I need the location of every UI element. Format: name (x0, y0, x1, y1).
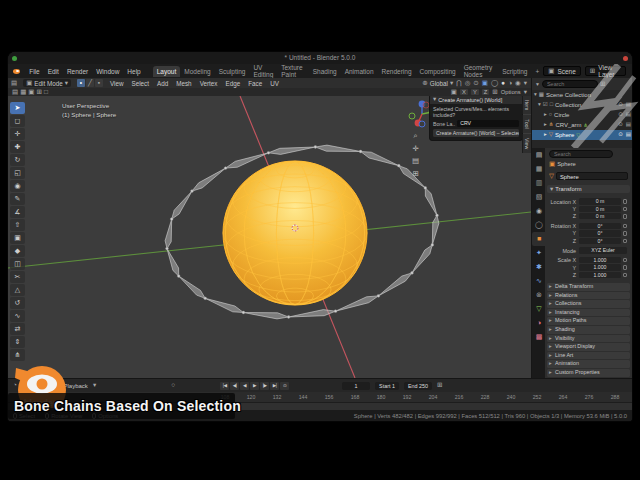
lock-icon[interactable] (623, 239, 627, 244)
section-delta-transform[interactable]: Delta Transform (547, 283, 630, 291)
properties-tab-texture[interactable]: ▩ (532, 330, 546, 344)
mirror-y-toggle[interactable]: Y (471, 89, 479, 96)
blender-menu-icon[interactable] (13, 69, 20, 74)
shading-dropdown-icon[interactable] (524, 80, 527, 87)
menu-uv[interactable]: UV (269, 80, 280, 87)
start-frame-field[interactable]: Start 1 (375, 382, 399, 390)
vertex-select-toggle[interactable] (77, 79, 85, 87)
expand-icon[interactable] (544, 112, 547, 118)
section-motion-paths[interactable]: Motion Paths (547, 317, 630, 325)
tool-extrude-region[interactable]: ⇧ (10, 219, 25, 231)
tool-loop-cut[interactable]: ◫ (10, 258, 25, 270)
tool-settings-icon-5[interactable] (44, 89, 48, 96)
lock-icon[interactable] (623, 224, 627, 229)
create-armature-button[interactable]: Create Armature() [World] – Selected ... (433, 129, 519, 137)
tool-tweak[interactable]: ➤ (10, 102, 25, 114)
menu-add[interactable]: Add (156, 80, 169, 87)
tool-edge-slide[interactable]: ⇄ (10, 323, 25, 335)
menu-view[interactable]: View (109, 80, 125, 87)
tool-cursor[interactable]: ✛ (10, 128, 25, 140)
workspace-tab-layout[interactable]: Layout (153, 66, 181, 77)
tool-smooth[interactable]: ∿ (10, 310, 25, 322)
expand-icon[interactable] (538, 102, 541, 108)
properties-tab-physics[interactable]: ∿ (532, 274, 546, 288)
mode-dropdown[interactable]: Edit Mode (23, 79, 71, 87)
zoom-icon[interactable]: ⌕ (412, 132, 419, 140)
lock-icon[interactable] (623, 199, 627, 204)
section-line-art[interactable]: Line Art (547, 352, 630, 360)
mirror-z-toggle[interactable]: Z (482, 89, 490, 96)
menu-edge[interactable]: Edge (224, 80, 241, 87)
face-select-toggle[interactable] (95, 79, 103, 87)
tool-settings-icon-3[interactable] (28, 89, 34, 96)
viewport-canvas[interactable]: User Perspective (1) Sphere | Sphere ➤◻✛… (8, 96, 531, 378)
menu-vertex[interactable]: Vertex (199, 80, 219, 87)
pivot-point-dropdown[interactable] (473, 80, 478, 87)
editor-type-button[interactable] (11, 80, 17, 87)
tool-move[interactable]: ✚ (10, 141, 25, 153)
properties-tab-scene[interactable]: ◉ (532, 204, 546, 218)
section-shading[interactable]: Shading (547, 326, 630, 334)
lock-icon[interactable] (623, 207, 627, 212)
end-frame-field[interactable]: End 250 (404, 382, 432, 390)
rotation-x-field[interactable]: 0° (579, 223, 621, 229)
object-name-field[interactable]: Sphere (556, 172, 628, 180)
workspace-tab-animation[interactable]: Animation (341, 66, 378, 77)
filter-icon[interactable] (535, 82, 540, 87)
location-z-field[interactable]: 0 m (579, 213, 621, 219)
properties-tab-output[interactable]: ▥ (532, 176, 546, 190)
play-reverse-button[interactable]: ◀ (240, 382, 249, 390)
play-button[interactable]: ▶ (250, 382, 259, 390)
shading-rendered-button[interactable] (515, 80, 521, 87)
scale-z-field[interactable]: 1.000 (579, 272, 621, 278)
menu-file[interactable]: File (25, 68, 43, 75)
menu-window[interactable]: Window (92, 68, 123, 75)
workspace-tab-scripting[interactable]: Scripting (498, 66, 531, 77)
menu-edit[interactable]: Edit (44, 68, 63, 75)
jump-to-start-button[interactable]: |◀ (220, 382, 229, 390)
expand-icon[interactable] (534, 92, 537, 98)
close-button[interactable] (8, 56, 13, 61)
options-dropdown[interactable]: Options (501, 89, 521, 95)
scale-x-field[interactable]: 1.000 (579, 257, 621, 263)
section-relations[interactable]: Relations (547, 292, 630, 300)
next-keyframe-button[interactable]: |▶ (260, 382, 269, 390)
section-instancing[interactable]: Instancing (547, 309, 630, 317)
timeline-options-icon[interactable] (437, 382, 442, 389)
properties-search-input[interactable] (549, 150, 613, 158)
properties-tab-modifiers[interactable]: ✦ (532, 246, 546, 260)
tool-rotate[interactable]: ↻ (10, 154, 25, 166)
snap-toggle[interactable] (456, 80, 461, 87)
properties-tab-tool[interactable]: ▤ (532, 148, 546, 162)
section-animation[interactable]: Animation (547, 360, 630, 368)
snap-settings-button[interactable] (482, 80, 488, 87)
menu-mesh[interactable]: Mesh (175, 80, 192, 87)
tool-knife[interactable]: ✂ (10, 271, 25, 283)
operator-panel[interactable]: Create Armature() [World] Selected Curve… (429, 96, 523, 141)
transform-panel-header[interactable]: Transform (547, 185, 630, 193)
proportional-editing-toggle[interactable] (465, 80, 471, 87)
lock-icon[interactable] (623, 258, 627, 263)
workspace-tab-compositing[interactable]: Compositing (416, 66, 460, 77)
tool-settings-icon-4[interactable] (36, 89, 41, 96)
properties-tab-world[interactable]: ◯ (532, 218, 546, 232)
menu-select[interactable]: Select (130, 80, 150, 87)
workspace-tab-sculpting[interactable]: Sculpting (215, 66, 250, 77)
properties-tab-object[interactable]: ■ (532, 232, 546, 246)
lock-icon[interactable] (623, 231, 627, 236)
menu-help[interactable]: Help (123, 68, 144, 75)
properties-tab-particles[interactable]: ✱ (532, 260, 546, 274)
tab-item[interactable]: Item (522, 96, 531, 114)
rotation-z-field[interactable]: 0° (579, 238, 621, 244)
expand-icon[interactable] (544, 122, 547, 128)
snapping-icon[interactable] (492, 89, 497, 96)
shading-solid-button[interactable] (501, 80, 505, 87)
scale-y-field[interactable]: 1.000 (579, 264, 621, 270)
lock-icon[interactable] (623, 214, 627, 219)
workspace-tab-shading[interactable]: Shading (309, 66, 341, 77)
properties-tab-object-data[interactable]: ▽ (532, 302, 546, 316)
section-visibility[interactable]: Visibility (547, 335, 630, 343)
edge-select-toggle[interactable] (86, 79, 94, 87)
jump-to-end-button[interactable]: ▶| (270, 382, 279, 390)
shading-wireframe-button[interactable] (491, 80, 498, 87)
